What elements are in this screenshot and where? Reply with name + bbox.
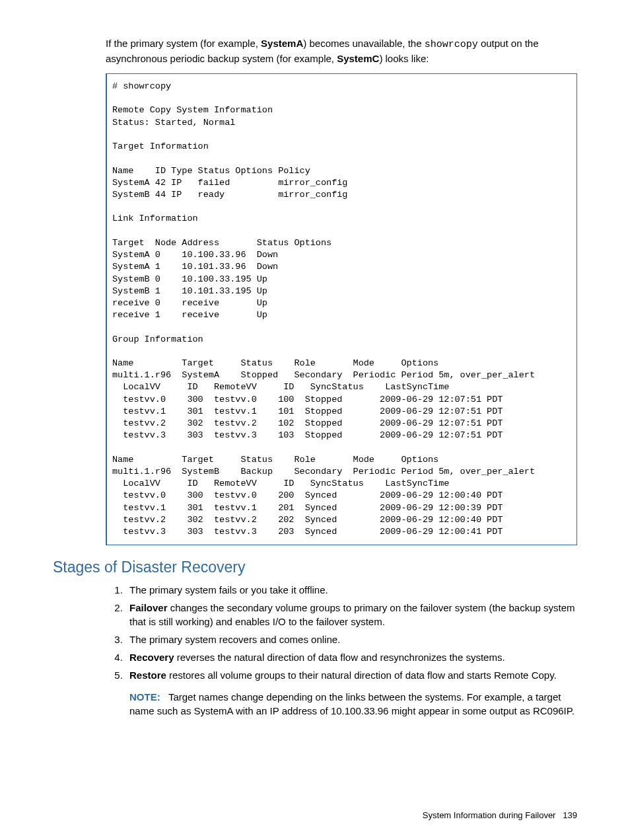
showrcopy-output: # showrcopy Remote Copy System Informati… (106, 73, 577, 545)
intro-paragraph: If the primary system (for example, Syst… (106, 36, 577, 65)
step-text: The primary system recovers and comes on… (129, 634, 340, 645)
step-4: Recovery reverses the natural direction … (125, 650, 577, 664)
step-text: reverses the natural direction of data f… (174, 652, 505, 663)
page-content: If the primary system (for example, Syst… (0, 0, 630, 718)
steps-container: The primary system fails or you take it … (106, 583, 577, 718)
page-footer: System Information during Failover 139 (423, 810, 577, 820)
step-keyword: Recovery (129, 652, 174, 663)
intro-text: ) looks like: (379, 53, 429, 64)
intro-text: If the primary system (for example, (106, 38, 261, 49)
step-keyword: Failover (129, 602, 168, 613)
note-label: NOTE: (129, 691, 160, 703)
intro-systemc: SystemC (337, 53, 379, 64)
recovery-steps: The primary system fails or you take it … (106, 583, 577, 682)
footer-title: System Information during Failover (423, 810, 556, 820)
section-heading: Stages of Disaster Recovery (53, 558, 577, 576)
code-container: # showrcopy Remote Copy System Informati… (106, 73, 577, 545)
note-block: NOTE: Target names change depending on t… (129, 690, 577, 718)
step-keyword: Restore (129, 669, 166, 681)
note-text: Target names change depending on the lin… (129, 691, 575, 716)
step-5: Restore restores all volume groups to th… (125, 668, 577, 682)
step-2: Failover changes the secondary volume gr… (125, 601, 577, 629)
step-text: changes the secondary volume groups to p… (129, 602, 575, 627)
step-text: restores all volume groups to their natu… (166, 669, 557, 681)
step-text: The primary system fails or you take it … (129, 584, 328, 595)
step-1: The primary system fails or you take it … (125, 583, 577, 597)
step-3: The primary system recovers and comes on… (125, 632, 577, 646)
intro-text: ) becomes unavailable, the (303, 38, 424, 49)
intro-showrcopy: showrcopy (425, 39, 478, 50)
footer-page-number: 139 (563, 810, 577, 820)
intro-systema: SystemA (261, 38, 303, 49)
